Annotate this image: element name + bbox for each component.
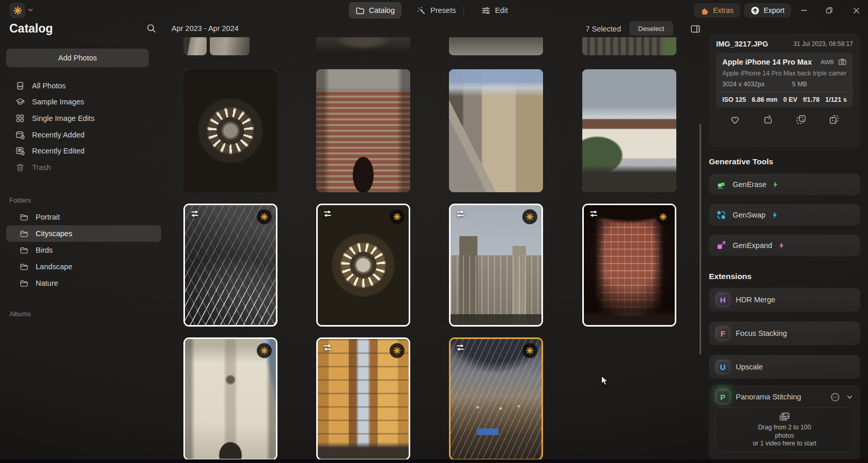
drop-zone-line1: Drag from 2 to 100 xyxy=(758,424,811,431)
add-photos-button[interactable]: Add Photos xyxy=(6,49,149,67)
sidebar-item-label: Trash xyxy=(32,163,51,172)
genswap-button[interactable]: GenSwap xyxy=(709,204,860,226)
focus-stacking-label: Focus Stacking xyxy=(736,329,787,337)
deselect-label: Deselect xyxy=(638,25,664,33)
sidebar-item-recently-added[interactable]: Recently Added xyxy=(6,127,159,143)
restore-window-icon xyxy=(826,7,833,14)
generase-label: GenErase xyxy=(733,180,766,189)
photo-thumbnail[interactable] xyxy=(210,37,250,55)
white-balance: AWB xyxy=(820,59,834,65)
folder-item-landscape[interactable]: Landscape xyxy=(6,258,161,275)
camera-icon xyxy=(838,57,847,66)
upscale-badge-icon: U xyxy=(716,360,730,374)
folder-item-cityscapes[interactable]: Cityscapes xyxy=(6,225,161,242)
folder-icon xyxy=(20,229,28,238)
photo-thumbnail-parliament[interactable] xyxy=(449,204,543,327)
exif-exposure: 0 EV xyxy=(783,96,797,103)
grid-tiles-icon xyxy=(16,114,25,123)
photo-thumbnail-street[interactable] xyxy=(449,69,543,192)
panel-toggle-icon[interactable] xyxy=(690,24,701,34)
folders-list: Portrait Cityscapes Birds Landscape Natu… xyxy=(6,209,161,291)
swap-arrows-icon xyxy=(455,344,466,351)
restore-button[interactable] xyxy=(823,4,836,17)
calendar-clock-icon xyxy=(16,130,25,140)
swap-arrows-icon xyxy=(455,210,466,218)
tab-edit[interactable]: Edit xyxy=(475,2,515,19)
focus-stacking-badge-icon: F xyxy=(716,327,730,340)
photo-thumbnail[interactable] xyxy=(183,37,207,55)
divider xyxy=(716,92,853,92)
upscale-button[interactable]: U Upscale xyxy=(709,355,860,379)
photo-thumbnail[interactable] xyxy=(316,37,410,55)
extras-button[interactable]: Extras xyxy=(694,3,740,18)
search-icon[interactable] xyxy=(146,23,157,34)
swap-arrows-icon xyxy=(588,210,599,218)
lightning-bolt-icon xyxy=(779,242,784,249)
add-photos-label: Add Photos xyxy=(58,54,97,62)
genexpand-icon xyxy=(716,240,726,251)
graduation-cap-icon xyxy=(16,97,25,106)
photo-thumbnail[interactable] xyxy=(582,37,676,55)
photo-thumbnail-cathedral[interactable] xyxy=(316,69,410,192)
trash-icon xyxy=(16,163,25,172)
grid-scrollbar[interactable] xyxy=(700,124,701,354)
folder-item-portrait[interactable]: Portrait xyxy=(6,209,161,225)
photo-thumbnail-dome-gold[interactable] xyxy=(316,204,410,327)
more-options-icon[interactable] xyxy=(830,392,840,402)
hdr-merge-label: HDR Merge xyxy=(736,296,776,304)
magic-wand-icon xyxy=(417,6,426,15)
genexpand-button[interactable]: GenExpand xyxy=(709,235,860,256)
copy-adjustments-icon[interactable] xyxy=(796,114,807,125)
export-button[interactable]: Export xyxy=(744,3,791,18)
minimize-button[interactable] xyxy=(797,4,811,17)
export-icon xyxy=(751,6,760,15)
photo-info-card: IMG_3217.JPG 31 Jul 2023, 08:58:17 Apple… xyxy=(709,34,860,147)
folders-section-label: Folders xyxy=(9,197,31,204)
generase-button[interactable]: GenErase xyxy=(709,174,860,195)
photo-thumbnail-lisbon-street[interactable] xyxy=(316,337,410,460)
sidebar-item-sample-images[interactable]: Sample Images xyxy=(6,94,159,111)
ai-edited-badge-icon xyxy=(522,209,537,224)
photo-thumbnail-station-roof-bw[interactable] xyxy=(183,204,277,327)
sidebar-item-single-image-edits[interactable]: Single Image Edits xyxy=(6,110,159,127)
ai-edited-badge-icon xyxy=(257,343,272,358)
tab-presets[interactable]: Presets xyxy=(410,2,462,19)
sidebar-item-label: Recently Edited xyxy=(32,147,85,155)
tab-catalog[interactable]: Catalog xyxy=(349,2,401,19)
generative-tools-heading: Generative Tools xyxy=(709,157,773,166)
photo-thumbnail[interactable] xyxy=(449,37,543,55)
genexpand-label: GenExpand xyxy=(733,241,772,250)
photo-filename: IMG_3217.JPG xyxy=(716,40,768,48)
panorama-badge-icon: P xyxy=(716,390,730,404)
ai-edited-badge-icon xyxy=(390,209,405,224)
sidebar-item-all-photos[interactable]: All Photos xyxy=(6,78,159,94)
hdr-merge-button[interactable]: H HDR Merge xyxy=(709,288,860,312)
favorite-heart-icon[interactable] xyxy=(730,114,740,125)
chevron-down-icon[interactable] xyxy=(27,7,34,13)
chevron-down-icon[interactable] xyxy=(846,394,853,400)
sidebar-item-trash[interactable]: Trash xyxy=(6,159,159,176)
panorama-drop-zone[interactable]: Drag from 2 to 100 photos or 1 video her… xyxy=(715,407,854,453)
sidebar-title: Catalog xyxy=(9,22,53,36)
photo-thumbnail-church[interactable] xyxy=(183,337,277,460)
panorama-label: Panorama Stitching xyxy=(736,393,824,401)
tab-divider xyxy=(463,6,464,14)
sidebar-item-recently-edited[interactable]: Recently Edited xyxy=(6,143,159,159)
ai-edited-badge-icon xyxy=(522,343,537,358)
folder-item-nature[interactable]: Nature xyxy=(6,275,161,291)
photo-thumbnail-station-interior-active[interactable] xyxy=(449,337,543,460)
export-label: Export xyxy=(764,6,784,14)
rotate-icon[interactable] xyxy=(763,114,773,125)
app-logo-button[interactable] xyxy=(10,3,25,18)
deselect-button[interactable]: Deselect xyxy=(629,21,673,36)
focus-stacking-button[interactable]: F Focus Stacking xyxy=(709,321,860,345)
close-button[interactable] xyxy=(849,4,863,17)
sync-adjustments-icon[interactable] xyxy=(829,114,840,125)
photo-thumbnail-cottages[interactable] xyxy=(582,69,676,192)
upscale-label: Upscale xyxy=(736,363,763,371)
photo-thumbnail-dome-ceiling[interactable] xyxy=(183,69,277,192)
folder-item-birds[interactable]: Birds xyxy=(6,242,161,258)
photo-thumbnail-courtyard[interactable] xyxy=(582,204,676,327)
photo-dimensions: 3024 x 4032px xyxy=(722,81,792,88)
generase-eraser-icon xyxy=(716,179,726,190)
